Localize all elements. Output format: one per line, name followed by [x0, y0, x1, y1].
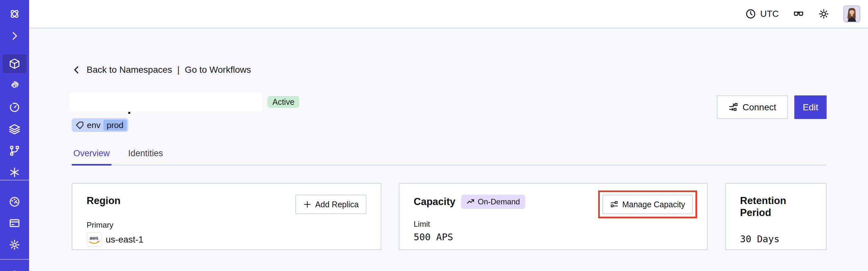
svg-text:aws: aws [90, 235, 99, 241]
sidebar-divider [0, 259, 29, 260]
retention-value: 30 Days [740, 234, 812, 244]
sidebar-item-workflows[interactable] [3, 76, 27, 95]
sidebar-item-deployments[interactable] [3, 141, 27, 160]
capacity-card: Capacity On-Demand Manage Capacity Limit… [399, 183, 708, 250]
user-avatar[interactable] [843, 5, 860, 22]
text-artifact [128, 112, 130, 114]
expand-icon[interactable] [3, 27, 27, 45]
sidebar-divider [0, 180, 29, 180]
bottom-partial-icon[interactable] [3, 265, 27, 271]
sidebar-item-usage[interactable] [3, 192, 27, 211]
limit-label: Limit [414, 219, 693, 229]
data-converter-button[interactable] [793, 8, 804, 20]
tag-row: env prod [72, 118, 827, 132]
limit-value: 500 APS [414, 232, 453, 243]
nexus-icon [9, 167, 20, 178]
aws-provider-icon: aws [87, 233, 101, 247]
annotation-highlight-box: Manage Capacity [598, 190, 697, 218]
plus-icon [303, 200, 312, 209]
topbar: UTC [29, 0, 868, 28]
timezone-label: UTC [760, 9, 779, 19]
tag-icon [75, 121, 84, 130]
layers-icon [9, 123, 20, 135]
manage-capacity-button[interactable]: Manage Capacity [602, 195, 693, 214]
tag-value: prod [103, 120, 127, 131]
usage-icon [9, 196, 20, 208]
sliders-icon [610, 200, 619, 209]
on-demand-badge: On-Demand [461, 195, 525, 209]
billing-icon [9, 217, 20, 229]
glasses-icon [793, 8, 804, 20]
temporal-logo-icon[interactable] [3, 4, 27, 23]
tab-bar: Overview Identities [72, 148, 827, 165]
tag-key: env [87, 120, 100, 130]
connect-icon [728, 102, 738, 112]
breadcrumb-separator: | [178, 65, 180, 75]
sidebar-item-settings[interactable] [3, 235, 27, 254]
add-replica-button[interactable]: Add Replica [296, 195, 367, 214]
tab-identities[interactable]: Identities [127, 148, 165, 165]
retention-card: Retention Period 30 Days [725, 183, 827, 250]
region-card: Region Add Replica Primary aws us-east-1 [72, 183, 381, 250]
timezone-selector[interactable]: UTC [745, 8, 779, 20]
region-card-title: Region [87, 195, 121, 207]
header-actions: Connect Edit [717, 95, 827, 119]
back-to-namespaces-link[interactable]: Back to Namespaces [87, 65, 172, 75]
sidebar-item-billing[interactable] [3, 214, 27, 233]
clock-icon [745, 8, 756, 20]
retention-card-title: Retention Period [740, 195, 812, 219]
theme-toggle-button[interactable] [818, 8, 829, 20]
go-to-workflows-link[interactable]: Go to Workflows [185, 65, 251, 75]
edit-button[interactable]: Edit [794, 95, 827, 119]
sun-icon [818, 8, 829, 20]
workflows-icon [9, 80, 20, 91]
breadcrumb: Back to Namespaces | Go to Workflows [72, 65, 827, 75]
region-value: us-east-1 [106, 235, 144, 245]
back-chevron-icon[interactable] [72, 65, 82, 75]
primary-label: Primary [87, 220, 367, 230]
deployments-icon [9, 145, 20, 156]
capacity-card-title: Capacity [414, 195, 455, 208]
namespace-name-redacted [69, 92, 263, 111]
trending-up-icon [466, 198, 475, 206]
sidebar-item-nexus[interactable] [3, 163, 27, 182]
connect-button[interactable]: Connect [717, 95, 788, 119]
settings-icon [9, 239, 20, 251]
tab-overview[interactable]: Overview [72, 148, 112, 165]
namespace-title-row: Active [72, 92, 827, 111]
sidebar-item-stack[interactable] [3, 120, 27, 139]
summary-cards: Region Add Replica Primary aws us-east-1 [72, 183, 827, 250]
schedules-icon [9, 101, 20, 113]
status-badge: Active [268, 96, 299, 108]
namespace-tag-chip[interactable]: env prod [72, 118, 128, 132]
sidebar [0, 0, 29, 271]
sidebar-item-schedules[interactable] [3, 98, 27, 117]
sidebar-item-namespaces[interactable] [3, 54, 27, 73]
namespace-detail-page: Back to Namespaces | Go to Workflows Act… [72, 28, 827, 250]
namespaces-icon [9, 58, 20, 69]
